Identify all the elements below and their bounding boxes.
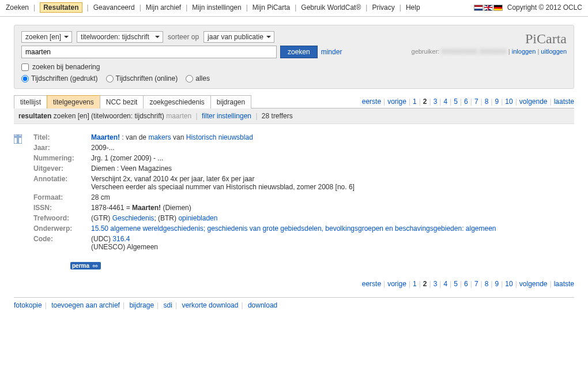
tab-bijdragen[interactable]: bijdragen bbox=[210, 95, 251, 108]
action-verkorte-download[interactable]: verkorte download bbox=[182, 301, 238, 309]
pager-page-4[interactable]: 4 bbox=[443, 98, 447, 106]
action-fotokopie[interactable]: fotokopie bbox=[14, 301, 42, 309]
label-numbering: Nummering: bbox=[33, 154, 85, 162]
result-mode: zoeken [en] bbox=[54, 112, 89, 120]
topnav-mijn-archief[interactable]: Mijn archief bbox=[146, 3, 181, 12]
pager-page-5[interactable]: 5 bbox=[454, 98, 458, 106]
pager-next[interactable]: volgende bbox=[519, 280, 548, 288]
sort-select[interactable]: jaar van publicatie bbox=[203, 31, 274, 43]
label-issn: ISSN: bbox=[33, 204, 85, 212]
action-sdi[interactable]: sdi bbox=[164, 301, 172, 309]
pager-page-9[interactable]: 9 bbox=[495, 98, 499, 106]
topnav-geavanceerd[interactable]: Geavanceerd bbox=[93, 3, 135, 12]
pager-page-8[interactable]: 8 bbox=[485, 280, 489, 288]
pager-prev[interactable]: vorige bbox=[387, 280, 406, 288]
topnav-zoeken[interactable]: Zoeken bbox=[6, 3, 29, 12]
topnav-privacy[interactable]: Privacy bbox=[372, 3, 394, 12]
logout-link[interactable]: uitloggen bbox=[541, 48, 567, 55]
radio-printed[interactable] bbox=[21, 75, 29, 83]
flag-en-icon[interactable] bbox=[484, 5, 493, 11]
search-field-select[interactable]: titelwoorden: tijdschrift bbox=[77, 31, 163, 43]
tab-ncc-bezit[interactable]: NCC bezit bbox=[100, 95, 144, 108]
sort-label: sorteer op bbox=[168, 33, 199, 41]
search-input[interactable] bbox=[21, 46, 277, 58]
title-makers-link[interactable]: makers bbox=[148, 133, 171, 141]
separator: | bbox=[399, 3, 401, 12]
permalink-button[interactable]: perma bbox=[70, 262, 101, 269]
link-icon bbox=[91, 263, 99, 269]
pager-first[interactable]: eerste bbox=[362, 280, 381, 288]
code-link[interactable]: 316.4 bbox=[112, 235, 130, 243]
user-label: gebruiker: bbox=[412, 48, 440, 55]
pager-page-10[interactable]: 10 bbox=[505, 280, 512, 288]
login-link[interactable]: inloggen bbox=[512, 48, 536, 55]
pager-prev[interactable]: vorige bbox=[387, 98, 406, 106]
topnav-help[interactable]: Help bbox=[406, 3, 420, 12]
pager-page-5[interactable]: 5 bbox=[454, 280, 458, 288]
label-keyword: Trefwoord: bbox=[33, 214, 85, 222]
pager-page-1[interactable]: 1 bbox=[413, 98, 417, 106]
title-main-link[interactable]: Maarten! bbox=[91, 133, 120, 141]
result-field: (titelwoorden: tijdschrift) bbox=[91, 112, 164, 120]
subject-link[interactable]: 15.50 algemene wereldgeschiedenis; gesch… bbox=[91, 224, 496, 233]
keyword-link-1[interactable]: Geschiedenis bbox=[112, 214, 154, 222]
topnav-mijn-picarta[interactable]: Mijn PiCarta bbox=[252, 3, 290, 12]
pager-page-10[interactable]: 10 bbox=[505, 98, 512, 106]
top-bar: Zoeken | Resultaten | Geavanceerd | Mijn… bbox=[0, 0, 588, 17]
pager-page-3[interactable]: 3 bbox=[434, 280, 438, 288]
pager-last[interactable]: laatste bbox=[554, 280, 574, 288]
search-controls-row2: zoeken minder bbox=[21, 46, 412, 58]
action-download[interactable]: download bbox=[248, 301, 277, 309]
tab-titelgegevens[interactable]: titelgegevens bbox=[47, 95, 100, 108]
keyword-link-2[interactable]: opiniebladen bbox=[178, 214, 217, 222]
value-issn: 1878-4461 = Maarten! (Diemen) bbox=[91, 204, 496, 212]
user-line: gebruiker: XXXXXXXX XXXXXX | inloggen | … bbox=[412, 48, 567, 55]
pager-page-7[interactable]: 7 bbox=[474, 98, 478, 106]
action-bijdrage[interactable]: bijdrage bbox=[129, 301, 154, 309]
action-toevoegen-archief[interactable]: toevoegen aan archief bbox=[51, 301, 120, 309]
approx-checkbox[interactable] bbox=[21, 63, 29, 71]
value-keyword: (GTR) Geschiedenis; (BTR) opiniebladen bbox=[91, 214, 496, 222]
pager-page-3[interactable]: 3 bbox=[434, 98, 438, 106]
flag-de-icon[interactable] bbox=[493, 5, 503, 11]
radio-all[interactable] bbox=[186, 75, 193, 83]
less-link[interactable]: minder bbox=[321, 48, 342, 56]
topnav-mijn-instellingen[interactable]: Mijn instellingen bbox=[192, 3, 241, 12]
topnav-resultaten[interactable]: Resultaten bbox=[40, 2, 82, 13]
pager-page-8[interactable]: 8 bbox=[485, 98, 489, 106]
search-panel: zoeken [en] titelwoorden: tijdschrift so… bbox=[14, 25, 574, 89]
pager-page-6[interactable]: 6 bbox=[464, 280, 468, 288]
search-mode-select[interactable]: zoeken [en] bbox=[21, 31, 72, 43]
top-right: Copyright © 2012 OCLC bbox=[474, 3, 582, 12]
pager-page-1[interactable]: 1 bbox=[413, 280, 417, 288]
value-format: 28 cm bbox=[91, 193, 496, 201]
radio-online[interactable] bbox=[106, 75, 114, 83]
pager-next[interactable]: volgende bbox=[519, 98, 548, 106]
pager-first[interactable]: eerste bbox=[362, 98, 381, 106]
pager-bottom-wrap: eerste| vorige| 1| 2| 3| 4| 5| 6| 7| 8| … bbox=[14, 274, 574, 294]
result-label: resultaten bbox=[18, 112, 51, 120]
radio-printed-label: Tijdschriften (gedrukt) bbox=[31, 74, 98, 83]
value-code: (UDC) 316.4 (UNESCO) Algemeen bbox=[91, 235, 496, 251]
result-query: maarten bbox=[166, 112, 191, 120]
topnav-worldcat[interactable]: Gebruik WorldCat® bbox=[301, 3, 361, 12]
pager-page-6[interactable]: 6 bbox=[464, 98, 468, 106]
title-historisch-link[interactable]: Historisch nieuwsblad bbox=[186, 133, 253, 141]
radio-row: Tijdschriften (gedrukt) Tijdschriften (o… bbox=[21, 74, 567, 83]
search-button[interactable]: zoeken bbox=[280, 46, 318, 58]
pager-page-7[interactable]: 7 bbox=[474, 280, 478, 288]
pager-page-9[interactable]: 9 bbox=[495, 280, 499, 288]
pager-page-4[interactable]: 4 bbox=[443, 280, 447, 288]
filter-settings-link[interactable]: filter instellingen bbox=[202, 112, 251, 120]
tab-titellijst[interactable]: titellijst bbox=[14, 95, 47, 108]
value-title: Maarten! : van de makers van Historisch … bbox=[91, 133, 496, 141]
radio-all-label: alles bbox=[195, 74, 210, 83]
copyright-text: Copyright © 2012 OCLC bbox=[507, 3, 582, 12]
value-annotation: Verschijnt 2x, vanaf 2010 4x per jaar, l… bbox=[91, 175, 496, 191]
pager-last[interactable]: laatste bbox=[554, 98, 574, 106]
record-detail: Titel: Maarten! : van de makers van Hist… bbox=[14, 133, 574, 251]
pager-page-2: 2 bbox=[423, 280, 427, 288]
flag-nl-icon[interactable] bbox=[474, 5, 483, 11]
radio-online-label: Tijdschriften (online) bbox=[116, 74, 178, 83]
tab-zoekgeschiedenis[interactable]: zoekgeschiedenis bbox=[143, 95, 210, 108]
